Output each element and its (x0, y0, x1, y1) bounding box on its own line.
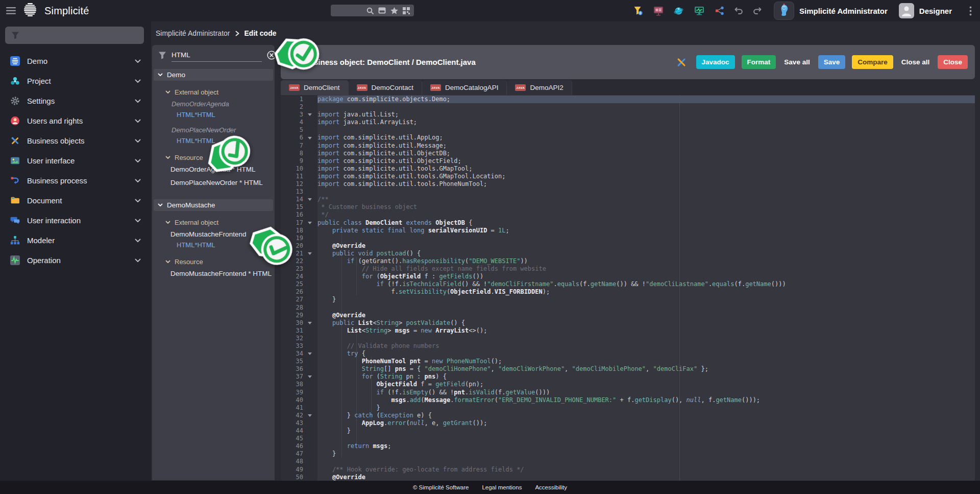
tree-link-html-1[interactable]: HTML (177, 241, 194, 249)
code-line[interactable]: 29 @Override (281, 312, 975, 319)
tree-link-html-1[interactable]: HTML (177, 111, 194, 119)
redo-icon[interactable] (751, 7, 764, 15)
code-line[interactable]: 5 (281, 126, 975, 134)
fold-toggle-icon[interactable] (306, 196, 317, 203)
code-line[interactable]: 33 // Validate phone numbers (281, 342, 975, 350)
star-icon[interactable] (390, 7, 398, 14)
grid-icon[interactable] (403, 7, 410, 14)
tree-group-external-object[interactable]: External object (152, 87, 275, 98)
dashboard-icon[interactable] (652, 6, 665, 16)
code-line[interactable]: 50 @Override (281, 474, 975, 481)
code-line[interactable]: 43 AppLog.error(null, e, getGrant()); (281, 419, 975, 427)
code-line[interactable]: 10import com.simplicite.util.tools.GMapT… (281, 165, 975, 173)
code-line[interactable]: 26 f.setVisibility(ObjectField.VIS_FORBI… (281, 288, 975, 296)
fold-toggle-icon[interactable] (306, 219, 317, 227)
code-line[interactable]: 32 (281, 335, 975, 342)
code-line[interactable]: 48 (281, 458, 975, 465)
tree-link-html-2[interactable]: HTML (197, 111, 215, 119)
fold-toggle-icon[interactable] (306, 412, 317, 419)
code-line[interactable]: 38 ObjectField f = getField(pn); (281, 381, 975, 388)
sidebar-item-project[interactable]: Project (0, 71, 151, 91)
code-line[interactable]: 22 if (getGrant().hasResponsibility("DEM… (281, 257, 975, 265)
user-role[interactable]: Designer (919, 7, 952, 15)
code-line[interactable]: 39 if (!f.isEmpty() && !pnt.isValid(f.ge… (281, 389, 975, 396)
kebab-menu-icon[interactable] (965, 6, 976, 16)
code-line[interactable]: 15 * Customer business object (281, 203, 975, 211)
footer-link-accessibility[interactable]: Accessibility (535, 484, 567, 490)
code-line[interactable]: 4import java.util.ArrayList; (281, 119, 975, 126)
search-icon[interactable] (366, 7, 374, 14)
sidebar-item-users-and-rights[interactable]: Users and rights (0, 111, 151, 131)
global-search[interactable] (331, 5, 414, 16)
tree-group-resource[interactable]: Resource (152, 256, 275, 267)
code-line[interactable]: 12import com.simplicite.util.tools.Phone… (281, 180, 975, 188)
close-button[interactable]: Close (938, 55, 968, 69)
sidebar-item-demo[interactable]: Demo (0, 51, 151, 71)
tree-section-demo[interactable]: Demo (154, 69, 273, 81)
card-icon[interactable] (378, 7, 386, 14)
code-line[interactable]: 16 */ (281, 211, 975, 219)
avatar[interactable] (899, 3, 914, 18)
tree-item-demoplaceneworder[interactable]: DemoPlaceNewOrder (152, 125, 275, 135)
tree-item-demoplaceneworder-html[interactable]: DemoPlaceNewOrder * HTML (152, 177, 275, 188)
hamburger-menu-icon[interactable] (6, 7, 16, 14)
code-line[interactable]: 28 (281, 304, 975, 312)
code-line[interactable]: 35 PhoneNumTool pnt = new PhoneNumTool()… (281, 358, 975, 365)
tree-link-html-2[interactable]: HTML (197, 241, 215, 249)
code-line[interactable]: 21 public void postLoad() { (281, 250, 975, 257)
code-line[interactable]: 45 (281, 435, 975, 442)
sidebar-item-document[interactable]: Document (0, 191, 151, 210)
sidebar-filter[interactable] (5, 27, 144, 44)
code-line[interactable]: 14/** (281, 196, 975, 203)
tree-filter-input[interactable] (172, 49, 262, 62)
close-all-button[interactable]: Close all (900, 55, 932, 69)
filter-status-icon[interactable] (631, 6, 645, 16)
tree-filter[interactable] (152, 45, 275, 65)
save-button[interactable]: Save (818, 55, 846, 69)
tab-democontact[interactable]: JAVADemoContact (349, 80, 423, 95)
code-line[interactable]: 27 } (281, 296, 975, 303)
fold-toggle-icon[interactable] (306, 350, 317, 358)
code-line[interactable]: 37 for (String pn : pns) { (281, 373, 975, 381)
code-line[interactable]: 20 @Override (281, 242, 975, 250)
fold-toggle-icon[interactable] (306, 373, 317, 381)
tree-item-demoorderagenda-html[interactable]: DemoOrderAgenda * HTML (152, 164, 275, 175)
tab-democatalogapi[interactable]: JAVADemoCatalogAPI (422, 80, 507, 95)
code-line[interactable]: 41 } (281, 404, 975, 412)
code-line[interactable]: 40 msgs.add(Message.formatError("ERR_DEM… (281, 396, 975, 404)
tree-section-demomustache[interactable]: DemoMustache (154, 199, 273, 211)
code-line[interactable]: 11import com.simplicite.util.tools.GMapT… (281, 173, 975, 180)
code-line[interactable]: 42 } catch (Exception e) { (281, 412, 975, 419)
tab-demoapi2[interactable]: JAVADemoAPI2 (507, 80, 572, 95)
code-line[interactable]: 31 List<String> msgs = new ArrayList<>()… (281, 327, 975, 335)
code-line[interactable]: 19 (281, 234, 975, 242)
sidebar-item-user-interaction[interactable]: User interaction (0, 210, 151, 230)
code-line[interactable]: 2 (281, 103, 975, 111)
sidebar-item-business-process[interactable]: Business process (0, 171, 151, 191)
public-site-icon[interactable] (672, 6, 685, 16)
tree-link-html-1[interactable]: HTML (177, 137, 194, 145)
code-line[interactable]: 44 } (281, 427, 975, 435)
compare-button[interactable]: Compare (852, 55, 893, 69)
code-line[interactable]: 34 try { (281, 350, 975, 358)
undo-icon[interactable] (732, 7, 746, 15)
code-line[interactable]: 7import com.simplicite.util.Message; (281, 142, 975, 150)
share-icon[interactable] (713, 6, 726, 15)
user-name[interactable]: Simplicité Administrator (799, 7, 888, 15)
genie-assistant-button[interactable] (774, 2, 794, 20)
sidebar-item-user-interface[interactable]: User interface (0, 151, 151, 171)
code-line[interactable]: 47 } (281, 450, 975, 458)
sidebar-item-operation[interactable]: Operation (0, 250, 151, 270)
footer-link-legal-mentions[interactable]: Legal mentions (482, 484, 522, 490)
code-line[interactable]: 13 (281, 188, 975, 196)
tab-democlient[interactable]: JAVADemoClient (281, 80, 349, 95)
code-line[interactable]: 3import java.util.List; (281, 111, 975, 119)
tree-item-demomustachefrontend[interactable]: DemoMustacheFrontend (152, 229, 275, 240)
breadcrumb-parent[interactable]: Simplicité Administrator (156, 29, 230, 37)
save-all-button[interactable]: Save all (782, 55, 811, 69)
format-button[interactable]: Format (742, 55, 776, 69)
code-line[interactable]: 49 /** Hook override: geo-locate from ad… (281, 466, 975, 474)
sidebar-item-settings[interactable]: Settings (0, 91, 151, 111)
tree-item-demomustachefrontend-html[interactable]: DemoMustacheFrontend * HTML (152, 268, 275, 279)
tree-item-demoorderagenda[interactable]: DemoOrderAgenda (152, 99, 275, 109)
